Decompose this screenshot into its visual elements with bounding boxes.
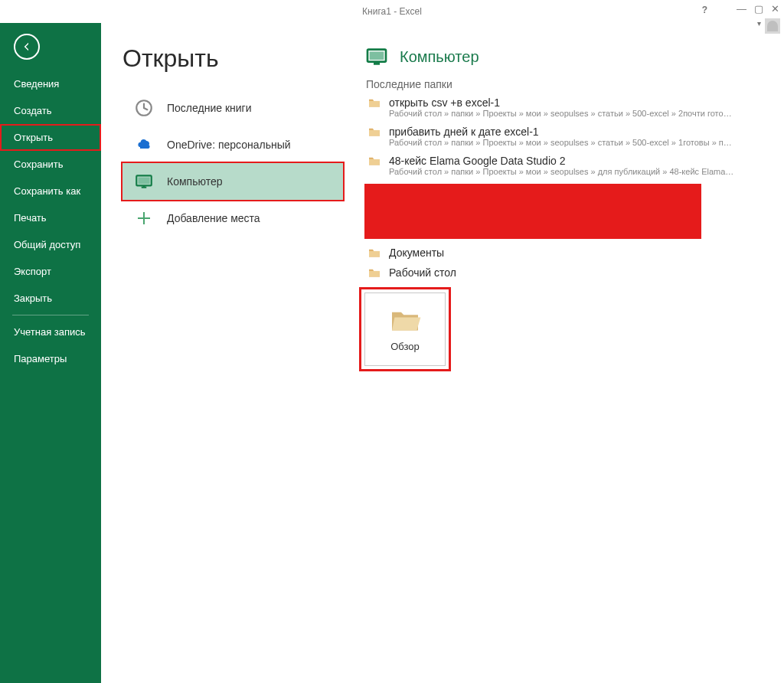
folder-name: 48-кейс Elama Google Data Studio 2: [389, 155, 565, 167]
folder-name: Рабочий стол: [389, 266, 456, 279]
plus-icon: [133, 208, 155, 229]
location-header: Компьютер: [364, 44, 769, 69]
browse-button[interactable]: Обзор: [364, 292, 446, 366]
location-title: Компьютер: [400, 48, 479, 66]
folder-name: Документы: [389, 247, 444, 259]
folder-name: открыть csv +в excel-1: [389, 96, 500, 109]
arrow-left-icon: [21, 41, 33, 53]
folder-name: прибавить дней к дате excel-1: [389, 126, 539, 138]
browse-label: Обзор: [390, 341, 420, 352]
recent-folder[interactable]: открыть csv +в excel-1 Рабочий стол » па…: [364, 93, 769, 123]
window-controls: — ▢ ✕: [737, 3, 779, 15]
folder-icon: [368, 126, 381, 137]
sidebar-item-info[interactable]: Сведения: [0, 70, 101, 97]
cloud-icon: [133, 134, 155, 155]
place-label: Последние книги: [167, 102, 252, 114]
sidebar-item-print[interactable]: Печать: [0, 204, 101, 231]
computer-icon: [364, 44, 389, 69]
recent-folder[interactable]: прибавить дней к дате excel-1 Рабочий ст…: [364, 123, 769, 152]
folder-desktop[interactable]: Рабочий стол: [364, 263, 769, 283]
svg-rect-2: [138, 178, 149, 185]
sidebar-item-save-as[interactable]: Сохранить как: [0, 178, 101, 204]
place-add-location[interactable]: Добавление места: [122, 200, 343, 237]
clock-icon: [133, 97, 155, 119]
folder-path: Рабочий стол » папки » Проекты » мои » s…: [368, 138, 735, 147]
folder-icon: [368, 155, 381, 166]
help-icon[interactable]: ?: [702, 5, 707, 15]
folder-path: Рабочий стол » папки » Проекты » мои » s…: [368, 109, 735, 118]
sidebar-item-new[interactable]: Создать: [0, 97, 101, 124]
page-heading: Открыть: [122, 44, 343, 73]
place-label: Добавление места: [167, 212, 260, 224]
sidebar-item-account[interactable]: Учетная запись: [0, 319, 101, 345]
computer-icon: [133, 171, 155, 192]
sidebar-item-label: Экспорт: [14, 266, 51, 277]
sidebar-item-label: Сохранить как: [14, 185, 80, 197]
place-label: OneDrive: персональный: [167, 139, 291, 151]
maximize-button[interactable]: ▢: [754, 3, 763, 15]
sidebar-item-close[interactable]: Закрыть: [0, 285, 101, 312]
minimize-button[interactable]: —: [737, 3, 746, 15]
window-title: Книга1 - Excel: [362, 6, 422, 17]
sidebar-item-label: Общий доступ: [14, 239, 80, 250]
close-button[interactable]: ✕: [771, 3, 779, 15]
sidebar-item-label: Закрыть: [14, 292, 52, 304]
recent-folders-heading: Последние папки: [366, 78, 769, 90]
folder-icon: [368, 97, 381, 108]
folder-icon: [368, 267, 381, 278]
sidebar-item-label: Параметры: [14, 353, 67, 364]
place-label: Компьютер: [167, 175, 222, 188]
title-bar: ? Книга1 - Excel — ▢ ✕ ▾: [0, 0, 784, 23]
folder-open-icon: [389, 307, 421, 333]
sidebar-item-label: Учетная запись: [14, 326, 86, 338]
sidebar-item-options[interactable]: Параметры: [0, 345, 101, 372]
sidebar-item-save[interactable]: Сохранить: [0, 151, 101, 178]
location-detail-column: Компьютер Последние папки открыть csv +в…: [343, 44, 784, 683]
recent-folders-list: открыть csv +в excel-1 Рабочий стол » па…: [364, 93, 769, 283]
sidebar-item-label: Сведения: [14, 78, 59, 90]
sidebar-item-label: Сохранить: [14, 158, 64, 170]
folder-icon: [368, 247, 381, 258]
sidebar-item-export[interactable]: Экспорт: [0, 258, 101, 285]
place-recent[interactable]: Последние книги: [122, 90, 343, 126]
folder-documents[interactable]: Документы: [364, 243, 769, 263]
folder-path: Рабочий стол » папки » Проекты » мои » s…: [368, 167, 735, 176]
sidebar-item-label: Открыть: [14, 132, 53, 143]
svg-rect-4: [370, 51, 384, 60]
backstage-sidebar: Сведения Создать Открыть Сохранить Сохра…: [0, 23, 101, 683]
places-column: Открыть Последние книги OneDrive: персон…: [122, 44, 343, 683]
redacted-block: [364, 184, 701, 239]
place-computer[interactable]: Компьютер: [122, 163, 343, 200]
back-button[interactable]: [14, 34, 40, 60]
sidebar-item-label: Создать: [14, 105, 51, 116]
sidebar-item-label: Печать: [14, 212, 47, 224]
sidebar-separator: [12, 315, 89, 315]
recent-folder[interactable]: 48-кейс Elama Google Data Studio 2 Рабоч…: [364, 152, 769, 181]
main-content: Открыть Последние книги OneDrive: персон…: [101, 23, 784, 683]
place-onedrive[interactable]: OneDrive: персональный: [122, 126, 343, 163]
ribbon-menu-icon[interactable]: ▾: [757, 19, 761, 28]
sidebar-item-open[interactable]: Открыть: [0, 124, 101, 151]
avatar[interactable]: [765, 18, 780, 34]
sidebar-item-share[interactable]: Общий доступ: [0, 231, 101, 258]
